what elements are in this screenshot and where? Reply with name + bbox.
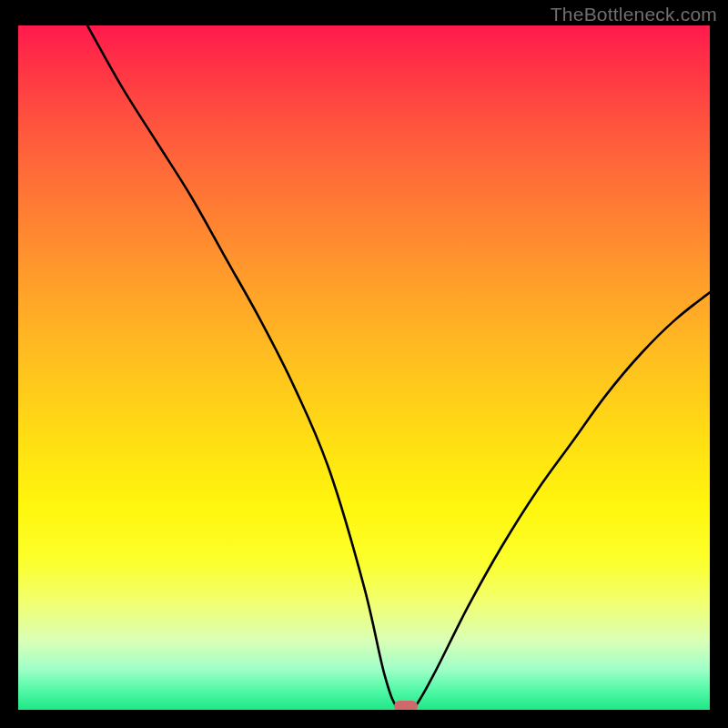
plot-area <box>18 25 710 710</box>
chart-frame: TheBottleneck.com <box>0 0 728 728</box>
watermark-text: TheBottleneck.com <box>551 4 717 25</box>
line-plot <box>18 25 710 710</box>
bottleneck-curve <box>87 25 710 710</box>
minimum-marker <box>394 701 418 710</box>
